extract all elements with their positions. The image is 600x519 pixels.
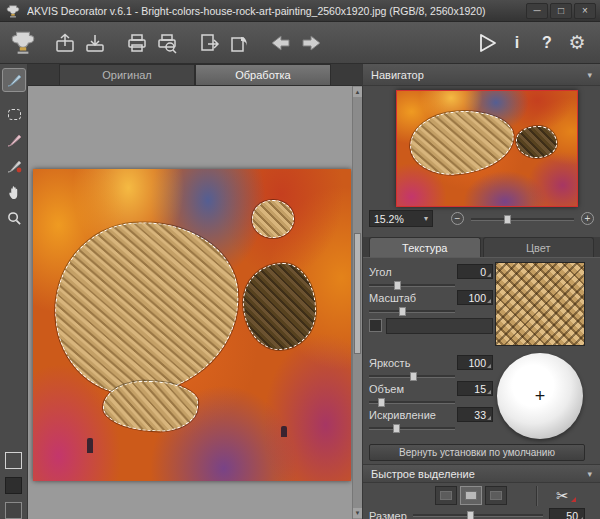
quick-selection-row: ✂ [363, 484, 600, 508]
volume-sphere-preview: + [495, 352, 585, 440]
texture-option-row [369, 317, 493, 334]
navigator-body [363, 86, 600, 210]
navigator-title: Навигатор [371, 69, 424, 81]
figure-silhouette-2 [281, 426, 287, 437]
brightness-slider-knob[interactable] [410, 372, 417, 381]
dropdown-arrow-icon: ▾ [424, 214, 428, 223]
divider [536, 486, 538, 506]
view-swatch-small[interactable] [5, 502, 22, 519]
color-brush-tool[interactable] [2, 154, 26, 178]
quick-selection-collapse-icon: ▾ [587, 469, 592, 479]
selection-eraser-tool[interactable] [2, 128, 26, 152]
quick-select-mode-1-button[interactable] [435, 486, 457, 505]
angle-value[interactable]: 0 [457, 264, 493, 279]
texture-option-checkbox[interactable] [369, 319, 382, 332]
print-icon[interactable] [122, 27, 152, 59]
export-icon[interactable] [194, 27, 224, 59]
right-panel: Навигатор ▾ 15.2% ▾ − + Текстура [362, 64, 600, 519]
volume-slider[interactable] [369, 401, 455, 404]
distortion-label: Искривление [369, 409, 436, 421]
hand-tool[interactable] [2, 180, 26, 204]
distortion-slider-knob[interactable] [393, 424, 400, 433]
quick-selection-header[interactable]: Быстрое выделение ▾ [363, 464, 600, 483]
tab-color[interactable]: Цвет [483, 237, 595, 257]
tab-texture[interactable]: Текстура [369, 237, 481, 257]
print-preview-icon[interactable] [152, 27, 182, 59]
brightness-control: Яркость 100 [369, 355, 493, 378]
distortion-control: Искривление 33 [369, 407, 493, 430]
zoom-in-button[interactable]: + [581, 212, 594, 225]
lasso-selection-tool[interactable] [2, 102, 26, 126]
save-image-icon[interactable] [80, 27, 110, 59]
scale-value[interactable]: 100 [457, 290, 493, 305]
volume-value[interactable]: 15 [457, 381, 493, 396]
size-value[interactable]: 50 [549, 508, 585, 519]
sphere-plus-icon: + [497, 353, 583, 439]
quick-select-mode-3-button[interactable] [485, 486, 507, 505]
navigator-thumbnail[interactable] [396, 90, 578, 207]
minimize-button[interactable]: ─ [526, 3, 548, 19]
reset-defaults-button[interactable]: Вернуть установки по умолчанию [369, 444, 585, 461]
help-icon[interactable]: ? [532, 27, 562, 59]
size-slider-knob[interactable] [467, 511, 474, 519]
zoom-slider-knob[interactable] [504, 215, 511, 224]
scale-slider[interactable] [369, 310, 455, 313]
view-swatch-empty[interactable] [5, 452, 22, 469]
scissors-button[interactable]: ✂ [544, 484, 588, 507]
share-icon[interactable] [224, 27, 254, 59]
texture-option-field[interactable] [386, 318, 493, 334]
zoom-out-button[interactable]: − [451, 212, 464, 225]
view-swatch-dark[interactable] [5, 477, 22, 494]
zoom-tool[interactable] [2, 206, 26, 230]
maximize-button[interactable]: □ [550, 3, 572, 19]
texture-settings: Угол 0 Масштаб 100 [363, 260, 600, 519]
quick-select-mode-2-button[interactable] [460, 486, 482, 505]
scroll-up-icon[interactable]: ▲ [353, 87, 362, 97]
mode-1-icon [440, 491, 452, 500]
volume-slider-knob[interactable] [378, 398, 385, 407]
scale-slider-knob[interactable] [399, 307, 406, 316]
run-processing-icon[interactable] [472, 27, 502, 59]
tab-processed[interactable]: Обработка [195, 64, 331, 86]
zoom-value: 15.2% [374, 213, 404, 225]
redo-icon[interactable] [296, 27, 326, 59]
titlebar: AKVIS Decorator v.6.1 - Bright-colors-ho… [0, 0, 600, 22]
image-canvas[interactable]: ▲ ▼ [28, 86, 362, 519]
selection-brush-tool[interactable] [2, 68, 26, 92]
sphere-preview: + [497, 353, 583, 439]
info-icon[interactable]: i [502, 27, 532, 59]
canvas-region: Оригинал Обработка ▲ ▼ [28, 64, 362, 519]
angle-slider[interactable] [369, 284, 455, 287]
texture-preview[interactable] [495, 262, 585, 346]
tool-column [0, 64, 28, 519]
angle-slider-knob[interactable] [394, 281, 401, 290]
brightness-value[interactable]: 100 [457, 355, 493, 370]
scroll-down-icon[interactable]: ▼ [353, 508, 362, 518]
vertical-scrollbar[interactable]: ▲ ▼ [352, 86, 362, 519]
brightness-slider[interactable] [369, 375, 455, 378]
scrollbar-thumb[interactable] [354, 233, 361, 354]
zoom-dropdown[interactable]: 15.2% ▾ [369, 210, 433, 227]
navigator-header[interactable]: Навигатор ▾ [363, 64, 600, 86]
tab-original[interactable]: Оригинал [59, 64, 195, 86]
volume-label: Объем [369, 383, 404, 395]
processed-image[interactable] [33, 169, 351, 481]
undo-icon[interactable] [266, 27, 296, 59]
zoom-slider[interactable] [471, 218, 574, 221]
akvis-logo-icon[interactable] [8, 27, 38, 59]
size-row: Размер 50 [369, 508, 585, 519]
settings-gear-icon[interactable]: ⚙ [562, 27, 592, 59]
main-area: Оригинал Обработка ▲ ▼ [0, 64, 600, 519]
size-label: Размер [369, 510, 407, 519]
distortion-slider[interactable] [369, 427, 455, 430]
quick-selection-title: Быстрое выделение [371, 468, 475, 480]
scissors-icon: ✂ [556, 487, 569, 505]
size-slider[interactable] [413, 514, 543, 517]
collapse-triangle-icon: ▾ [587, 70, 592, 80]
close-button[interactable]: × [574, 3, 596, 19]
window-title: AKVIS Decorator v.6.1 - Bright-colors-ho… [27, 5, 524, 17]
open-image-icon[interactable] [50, 27, 80, 59]
dashed-selection-icon [8, 109, 21, 120]
distortion-value[interactable]: 33 [457, 407, 493, 422]
app-logo-icon [4, 2, 22, 20]
